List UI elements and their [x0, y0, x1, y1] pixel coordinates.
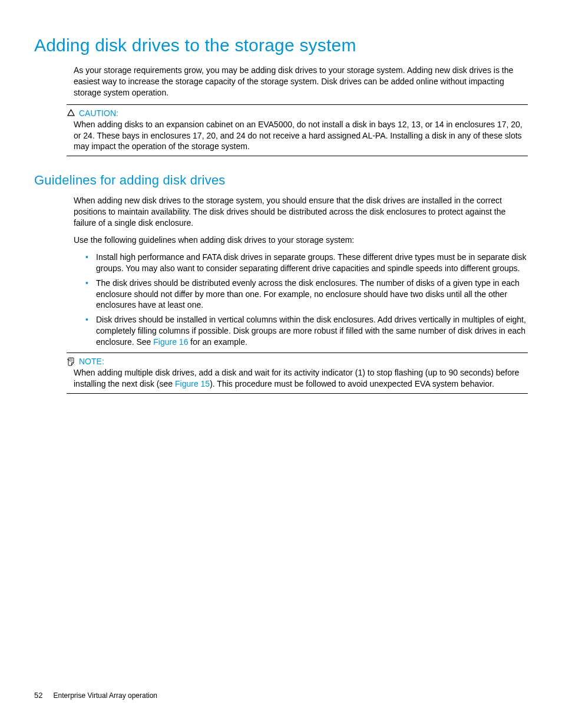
note-text-post: ). This procedure must be followed to av… — [210, 379, 494, 388]
guidelines-list: Install high performance and FATA disk d… — [85, 252, 528, 348]
caution-rule-bottom — [67, 156, 528, 156]
caution-header: CAUTION: — [67, 108, 528, 118]
list-item: Install high performance and FATA disk d… — [85, 252, 528, 274]
note-rule-top — [67, 353, 528, 353]
caution-rule-top — [67, 104, 528, 105]
note-rule-bottom — [67, 393, 528, 394]
caution-icon — [67, 108, 75, 117]
note-header: NOTE: — [67, 357, 528, 366]
section-heading: Guidelines for adding disk drives — [34, 173, 528, 188]
caution-label: CAUTION: — [79, 108, 118, 118]
page-number: 52 — [34, 691, 42, 700]
page-heading: Adding disk drives to the storage system — [34, 35, 528, 55]
list-item: Disk drives should be installed in verti… — [85, 314, 528, 348]
guidelines-intro: When adding new disk drives to the stora… — [74, 195, 528, 229]
list-item-text: for an example. — [188, 337, 247, 347]
footer-title: Enterprise Virtual Array operation — [53, 691, 157, 700]
figure-16-link[interactable]: Figure 16 — [153, 337, 188, 347]
note-icon — [67, 357, 75, 366]
figure-15-link[interactable]: Figure 15 — [175, 379, 210, 388]
note-label: NOTE: — [79, 357, 104, 366]
list-item: The disk drives should be distributed ev… — [85, 278, 528, 311]
guidelines-lead: Use the following guidelines when adding… — [74, 235, 528, 246]
page-footer: 52 Enterprise Virtual Array operation — [34, 691, 157, 700]
note-text: When adding multiple disk drives, add a … — [74, 367, 528, 390]
intro-paragraph: As your storage requirements grow, you m… — [74, 65, 528, 98]
caution-text: When adding disks to an expansion cabine… — [74, 119, 528, 153]
